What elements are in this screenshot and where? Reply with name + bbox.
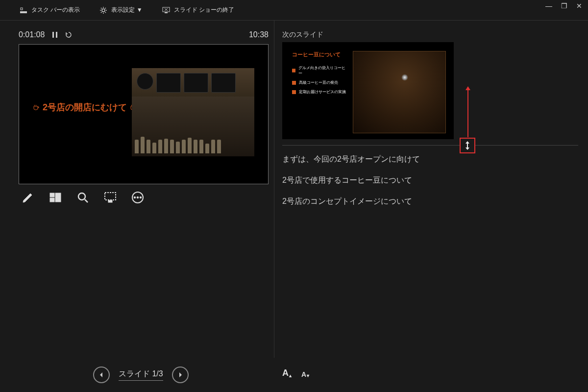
end-slideshow-button[interactable]: スライド ショーの終了	[162, 6, 234, 14]
svg-rect-17	[292, 69, 295, 72]
show-taskbar-button[interactable]: タスク バーの表示	[20, 6, 80, 14]
more-options-tool[interactable]	[131, 191, 144, 205]
resize-handle[interactable]	[460, 138, 475, 153]
svg-rect-19	[292, 90, 296, 94]
minimize-button[interactable]: —	[545, 2, 552, 10]
presenter-tools	[19, 191, 274, 205]
svg-rect-4	[165, 12, 168, 13]
next-slide-bullet: 定期お届けサービスの実施	[292, 89, 346, 95]
svg-rect-0	[20, 11, 27, 13]
next-slide-button[interactable]	[172, 367, 189, 383]
notes-divider	[282, 145, 578, 146]
pen-tool[interactable]	[22, 191, 34, 205]
annotation-arrow	[467, 89, 468, 137]
current-slide-image	[132, 68, 254, 156]
svg-rect-5	[52, 32, 54, 38]
black-screen-tool[interactable]	[104, 191, 117, 205]
gear-icon	[99, 6, 107, 14]
svg-point-15	[137, 196, 139, 198]
elapsed-time: 0:01:08	[19, 30, 45, 39]
speaker-note: 2号店のコンセプトイメージについて	[282, 196, 578, 207]
svg-rect-12	[108, 200, 112, 202]
zoom-tool[interactable]	[76, 191, 89, 205]
restore-button[interactable]: ❐	[561, 2, 567, 10]
pause-button[interactable]	[51, 31, 58, 38]
end-slideshow-label: スライド ショーの終了	[174, 6, 234, 14]
show-taskbar-label: タスク バーの表示	[31, 6, 80, 14]
view-all-slides-tool[interactable]	[49, 191, 62, 205]
speaker-note: 2号店で使用するコーヒー豆について	[282, 175, 578, 186]
slide-navigation: スライド 1/3	[93, 367, 189, 383]
svg-rect-20	[467, 144, 468, 147]
display-settings-label: 表示設定 ▼	[111, 6, 142, 14]
cup-icon	[292, 90, 296, 94]
current-slide-title: 2号店の開店にむけて	[33, 101, 137, 113]
svg-rect-11	[105, 193, 116, 200]
svg-point-14	[134, 196, 136, 198]
next-slide-image	[353, 51, 446, 133]
resize-vertical-icon	[464, 141, 471, 150]
next-slide-bullet: 高級コーヒー豆の発売	[292, 80, 346, 85]
increase-font-button[interactable]: A▴	[282, 368, 292, 378]
svg-point-2	[102, 9, 105, 12]
svg-rect-8	[55, 193, 61, 202]
current-slide-preview[interactable]: 2号店の開店にむけて	[19, 44, 269, 184]
svg-rect-1	[21, 8, 23, 10]
next-slide-preview[interactable]: コーヒー豆について グルメ向きの袋入りコーヒー 高級コーヒー豆の発売 定期お届け…	[282, 42, 454, 139]
svg-point-10	[78, 193, 85, 200]
next-slide-bullet: グルメ向きの袋入りコーヒー	[292, 65, 346, 76]
svg-rect-6	[56, 32, 57, 38]
speaker-note: まずは、今回の2号店オープンに向けて	[282, 154, 578, 165]
cup-icon	[292, 69, 295, 73]
next-slide-label: 次のスライド	[282, 30, 578, 39]
previous-slide-button[interactable]	[93, 367, 110, 383]
svg-rect-18	[292, 81, 296, 85]
close-button[interactable]: ✕	[576, 2, 582, 10]
svg-rect-9	[50, 198, 54, 202]
decrease-font-button[interactable]: A▾	[301, 370, 309, 378]
taskbar-icon	[20, 6, 27, 14]
cup-icon	[33, 104, 40, 111]
next-slide-title: コーヒー豆について	[292, 51, 346, 58]
timer-row: 0:01:08 10:38	[19, 30, 269, 39]
svg-point-16	[140, 196, 142, 198]
monitor-x-icon	[162, 6, 170, 14]
cup-icon	[292, 81, 296, 85]
font-size-controls: A▴ A▾	[282, 368, 309, 378]
presenter-toolbar: タスク バーの表示 表示設定 ▼ スライド ショーの終了	[0, 0, 588, 21]
total-time: 10:38	[249, 30, 269, 39]
svg-rect-7	[50, 193, 54, 197]
restart-timer-button[interactable]	[65, 31, 72, 38]
slide-counter[interactable]: スライド 1/3	[119, 369, 163, 381]
chevron-left-icon	[98, 372, 104, 378]
chevron-right-icon	[177, 372, 183, 378]
display-settings-button[interactable]: 表示設定 ▼	[99, 6, 142, 14]
